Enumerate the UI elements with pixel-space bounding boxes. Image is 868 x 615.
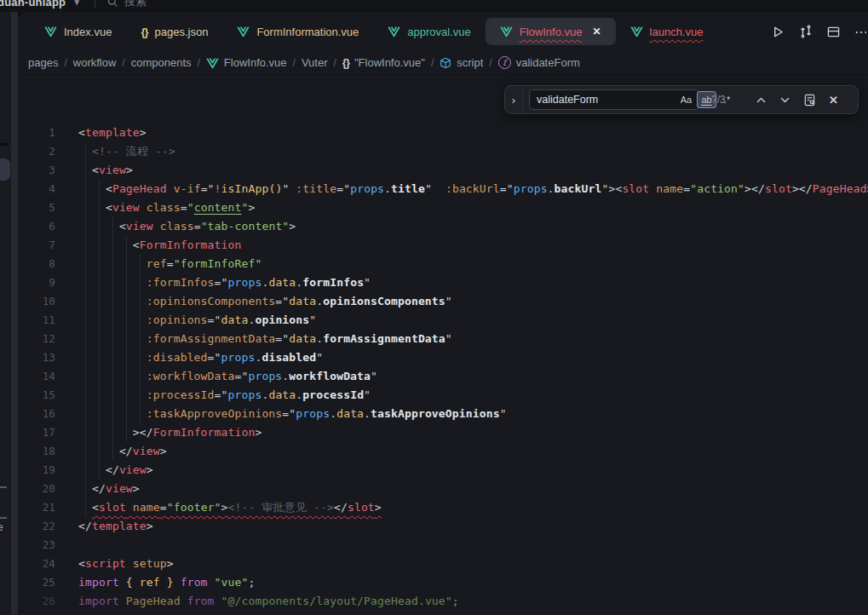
- project-name[interactable]: duan-uniapp: [0, 0, 66, 9]
- code-line-1[interactable]: 1<template>: [18, 124, 868, 142]
- code-line-18[interactable]: 18 </view>: [18, 442, 868, 461]
- indent-guide: [99, 386, 100, 405]
- find-input[interactable]: [530, 94, 677, 106]
- indent-guide: [126, 330, 127, 348]
- more-actions-icon[interactable]: ⋯: [854, 24, 866, 40]
- code-line-10[interactable]: 10 :opinionsComponents="data.opinionsCom…: [18, 292, 868, 311]
- collapsed-sidebar: e: [0, 12, 11, 615]
- toggle-replace-chevron-icon[interactable]: ›: [505, 86, 523, 113]
- indent-guide: [126, 311, 127, 330]
- indent-guide: [140, 292, 141, 311]
- previous-match-icon[interactable]: [756, 95, 767, 106]
- indent-guide: [99, 273, 100, 292]
- code-line-25[interactable]: 25import { ref } from "vue";: [18, 573, 868, 592]
- editor-actions: ⋯: [772, 12, 868, 51]
- global-search-box[interactable]: 搜索: [107, 0, 147, 9]
- close-tab-icon[interactable]: ✕: [592, 26, 601, 37]
- code-line-2[interactable]: 2 <!-- 流程 -->: [18, 142, 868, 161]
- compare-changes-icon[interactable]: [799, 25, 813, 38]
- line-content: <FormInformation: [78, 236, 241, 255]
- line-number: 24: [18, 555, 55, 573]
- line-number: 19: [18, 461, 55, 480]
- breadcrumb-item-flowinfo-vue[interactable]: FlowInfo.vue: [206, 56, 287, 69]
- line-number: 20: [18, 480, 55, 498]
- indent-guide: [140, 386, 141, 405]
- sidebar-handle[interactable]: [0, 158, 10, 181]
- tab-label: FlowInfo.vue: [520, 26, 583, 38]
- code-line-11[interactable]: 11 :opinions="data.opinions": [18, 311, 868, 330]
- code-line-12[interactable]: 12 :formAssignmentData="data.formAssignm…: [18, 330, 868, 348]
- code-line-21[interactable]: 21 <slot name="footer"><!-- 审批意见 --></sl…: [18, 498, 868, 517]
- indent-guide: [99, 180, 100, 198]
- indent-guide: [85, 461, 86, 480]
- code-line-22[interactable]: 22</template>: [18, 517, 868, 536]
- code-line-23[interactable]: 23: [18, 536, 868, 555]
- line-content: <view class="content">: [78, 198, 255, 217]
- match-case-toggle[interactable]: Aa: [677, 92, 695, 107]
- indent-guide: [112, 348, 113, 367]
- breadcrumb-item-pages[interactable]: pages: [28, 56, 58, 69]
- breadcrumb-label: pages: [28, 56, 58, 69]
- next-match-icon[interactable]: [779, 95, 790, 106]
- line-number: 7: [18, 236, 55, 255]
- tab-forminformation-vue[interactable]: FormInformation.vue: [222, 18, 373, 45]
- find-in-selection-icon[interactable]: [803, 94, 816, 106]
- breadcrumb-label: components: [131, 56, 192, 69]
- find-buttons: ✕: [756, 94, 838, 106]
- breadcrumb-item-vuter[interactable]: Vuter: [302, 56, 328, 69]
- code-line-5[interactable]: 5 <view class="content">: [18, 198, 868, 217]
- code-line-9[interactable]: 9 :formInfos="props.data.formInfos": [18, 273, 868, 292]
- code-line-4[interactable]: 4 <PageHead v-if="!isInApp()" :title="pr…: [18, 180, 868, 198]
- breadcrumb-item-script[interactable]: script: [440, 56, 483, 69]
- code-line-13[interactable]: 13 :disabled="props.disabled": [18, 348, 868, 367]
- method-icon: f: [498, 56, 511, 69]
- run-icon[interactable]: [772, 26, 785, 38]
- indent-guide: [85, 386, 86, 405]
- code-line-15[interactable]: 15 :processId="props.data.processId": [18, 386, 868, 405]
- line-content: ></FormInformation>: [78, 423, 262, 442]
- indent-guide: [85, 273, 86, 292]
- code-line-3[interactable]: 3 <view>: [18, 161, 868, 180]
- line-number: 22: [18, 517, 55, 536]
- breadcrumb-item-validateform[interactable]: fvalidateForm: [498, 56, 580, 69]
- line-number: 16: [18, 405, 55, 423]
- tab-index-vue[interactable]: Index.vue: [30, 18, 126, 45]
- code-line-6[interactable]: 6 <view class="tab-content">: [18, 217, 868, 236]
- code-line-16[interactable]: 16 :taskApproveOpinions="props.data.task…: [18, 405, 868, 423]
- code-line-20[interactable]: 20 </view>: [18, 480, 868, 498]
- indent-guide: [112, 236, 113, 255]
- code-line-14[interactable]: 14 :workflowData="props.workflowData": [18, 367, 868, 386]
- chevron-down-icon[interactable]: ▼: [72, 0, 81, 7]
- sidebar-resize-gutter[interactable]: [11, 12, 18, 615]
- indent-guide: [99, 255, 100, 273]
- indent-guide: [99, 405, 100, 423]
- line-number: 25: [18, 573, 55, 592]
- breadcrumb-item--flowinfo-vue-[interactable]: {}"FlowInfo.vue": [342, 56, 425, 69]
- line-content: :workflowData="props.workflowData": [78, 367, 377, 386]
- breadcrumb-item-components[interactable]: components: [131, 56, 192, 69]
- tab-pages-json[interactable]: {}pages.json: [126, 18, 222, 45]
- indent-guide: [112, 273, 113, 292]
- code-line-26[interactable]: 26import PageHead from "@/components/lay…: [18, 592, 868, 611]
- code-editor[interactable]: 1<template>2 <!-- 流程 -->3 <view>4 <PageH…: [18, 75, 868, 611]
- tab-approval-vue[interactable]: approval.vue: [373, 18, 485, 45]
- code-line-7[interactable]: 7 <FormInformation: [18, 236, 868, 255]
- line-number: 3: [18, 161, 55, 180]
- tab-launch-vue[interactable]: launch.vue: [616, 18, 718, 45]
- indent-guide: [85, 255, 86, 273]
- code-line-24[interactable]: 24<script setup>: [18, 555, 868, 573]
- indent-guide: [112, 255, 113, 273]
- split-editor-icon[interactable]: [827, 26, 840, 38]
- code-line-8[interactable]: 8 ref="formInfoRef": [18, 255, 868, 273]
- indent-guide: [85, 423, 86, 442]
- line-content: :formInfos="props.data.formInfos": [78, 273, 371, 292]
- breadcrumb-label: "FlowInfo.vue": [354, 56, 425, 69]
- breadcrumb-item-workflow[interactable]: workflow: [73, 56, 117, 69]
- indent-guide: [99, 461, 100, 480]
- indent-guide: [112, 386, 113, 405]
- close-find-icon[interactable]: ✕: [829, 94, 838, 106]
- code-line-17[interactable]: 17 ></FormInformation>: [18, 423, 868, 442]
- code-line-19[interactable]: 19 </view>: [18, 461, 868, 480]
- indent-guide: [99, 330, 100, 348]
- tab-flowinfo-vue[interactable]: FlowInfo.vue✕: [486, 18, 616, 45]
